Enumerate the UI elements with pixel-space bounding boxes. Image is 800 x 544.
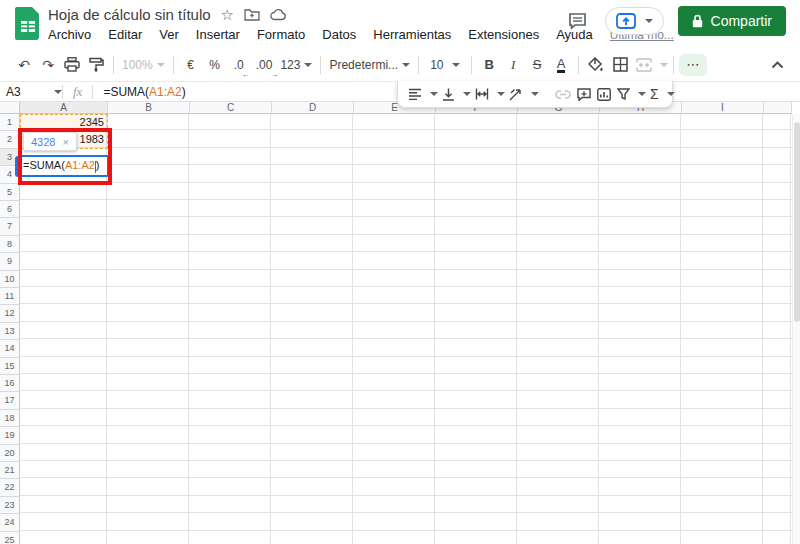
menu-archivo[interactable]: Archivo <box>48 27 91 42</box>
horizontal-align-caret-icon[interactable] <box>430 92 438 100</box>
vertical-scrollbar-thumb[interactable] <box>794 122 800 322</box>
vertical-align-icon[interactable] <box>440 83 457 105</box>
column-header-B[interactable]: B <box>108 102 190 114</box>
row-header-5[interactable]: 5 <box>0 184 20 201</box>
doc-title[interactable]: Hoja de cálculo sin título <box>48 6 211 23</box>
row-header-24[interactable]: 24 <box>0 514 20 531</box>
sheets-logo-icon[interactable] <box>15 7 41 40</box>
cell-A1[interactable]: 2345 <box>20 114 104 131</box>
row-header-21[interactable]: 21 <box>0 462 20 479</box>
filter-caret-icon[interactable] <box>638 92 646 100</box>
present-caret-icon <box>645 19 653 27</box>
row-header-7[interactable]: 7 <box>0 218 20 235</box>
text-rotation-caret-icon[interactable] <box>531 92 539 100</box>
number-format-button[interactable]: 123 <box>277 53 315 77</box>
lock-icon <box>692 14 703 28</box>
percent-format-button[interactable]: % <box>203 53 227 77</box>
toolbar-separator <box>418 56 419 74</box>
decrease-decimals-button[interactable]: .0← <box>227 53 251 77</box>
row-header-15[interactable]: 15 <box>0 358 20 375</box>
row-header-6[interactable]: 6 <box>0 201 20 218</box>
row-header-25[interactable]: 25 <box>0 532 20 544</box>
redo-icon[interactable]: ↷ <box>36 53 60 77</box>
text-color-button[interactable]: A <box>549 53 573 77</box>
text-wrap-icon[interactable] <box>473 83 491 105</box>
name-box[interactable]: A3 <box>0 85 62 99</box>
text-wrap-caret-icon[interactable] <box>497 92 505 100</box>
row-header-13[interactable]: 13 <box>0 323 20 340</box>
functions-icon[interactable]: Σ <box>648 83 661 105</box>
row-header-23[interactable]: 23 <box>0 497 20 514</box>
currency-format-button[interactable]: € <box>179 53 203 77</box>
merge-caret-icon[interactable] <box>660 63 668 71</box>
filter-icon[interactable] <box>615 83 632 105</box>
column-header-clipped[interactable] <box>764 102 792 114</box>
menu-herramientas[interactable]: Herramientas <box>373 27 451 42</box>
print-icon[interactable] <box>60 53 84 77</box>
functions-caret-icon[interactable] <box>667 92 675 100</box>
insert-comment-icon[interactable] <box>575 83 593 105</box>
preview-close-icon[interactable]: × <box>62 136 68 148</box>
select-all-corner[interactable] <box>0 102 20 114</box>
paint-format-icon[interactable] <box>84 53 108 77</box>
row-header-11[interactable]: 11 <box>0 288 20 305</box>
menu-extensiones[interactable]: Extensiones <box>468 27 539 42</box>
merge-cells-icon[interactable] <box>632 53 656 77</box>
row-gridline <box>20 323 792 339</box>
fill-color-icon[interactable] <box>584 53 608 77</box>
row-header-10[interactable]: 10 <box>0 271 20 288</box>
insert-chart-icon[interactable] <box>595 83 613 105</box>
borders-icon[interactable] <box>608 53 632 77</box>
star-icon[interactable]: ☆ <box>221 7 234 23</box>
row-header-2[interactable]: 2 <box>0 131 20 148</box>
row-header-22[interactable]: 22 <box>0 479 20 496</box>
cloud-status-icon[interactable] <box>270 9 287 21</box>
column-header-A[interactable]: A <box>20 102 108 114</box>
column-header-C[interactable]: C <box>190 102 272 114</box>
menu-formato[interactable]: Formato <box>257 27 305 42</box>
formula-result-preview: 4328 × <box>23 132 77 151</box>
more-toolbar-button[interactable]: ⋯ <box>679 54 707 76</box>
row-header-20[interactable]: 20 <box>0 445 20 462</box>
row-header-1[interactable]: 1 <box>0 114 20 131</box>
strikethrough-button[interactable]: S <box>525 53 549 77</box>
cell-editor[interactable]: =SUMA(A1:A2) <box>19 155 109 177</box>
row-header-14[interactable]: 14 <box>0 340 20 357</box>
menu-editar[interactable]: Editar <box>108 27 142 42</box>
row-header-9[interactable]: 9 <box>0 253 20 270</box>
insert-link-icon[interactable] <box>553 83 573 105</box>
comment-history-icon[interactable] <box>565 8 591 34</box>
row-header-8[interactable]: 8 <box>0 236 20 253</box>
cell-editor-formula: =SUMA(A1:A2) <box>23 159 100 172</box>
text-rotation-icon[interactable] <box>507 83 525 105</box>
row-header-16[interactable]: 16 <box>0 375 20 392</box>
menu-ver[interactable]: Ver <box>159 27 179 42</box>
collapse-toolbar-icon[interactable] <box>771 61 784 69</box>
spreadsheet-grid[interactable]: ABCDEFGHI1234567891011121314151617181920… <box>0 102 800 544</box>
font-size-select[interactable]: 10 <box>424 53 466 77</box>
menu-datos[interactable]: Datos <box>322 27 356 42</box>
row-header-12[interactable]: 12 <box>0 305 20 322</box>
move-folder-icon[interactable] <box>244 8 260 21</box>
row-gridline <box>20 445 792 461</box>
present-button[interactable] <box>605 7 664 35</box>
vertical-align-caret-icon[interactable] <box>463 92 471 100</box>
menu-insertar[interactable]: Insertar <box>196 27 240 42</box>
column-gridline <box>108 114 189 544</box>
horizontal-align-icon[interactable] <box>406 83 424 105</box>
increase-decimals-button[interactable]: .00→ <box>251 53 278 77</box>
bold-button[interactable]: B <box>477 53 501 77</box>
font-family-select[interactable]: Predetermi... <box>326 53 413 77</box>
vertical-scrollbar[interactable] <box>792 114 800 544</box>
zoom-select[interactable]: 100% <box>119 53 168 77</box>
formula-input[interactable]: =SUMA(A1:A2) <box>93 85 185 99</box>
italic-button[interactable]: I <box>501 53 525 77</box>
column-gridline <box>518 114 599 544</box>
undo-icon[interactable]: ↶ <box>12 53 36 77</box>
row-header-18[interactable]: 18 <box>0 410 20 427</box>
row-header-19[interactable]: 19 <box>0 427 20 444</box>
column-header-D[interactable]: D <box>272 102 354 114</box>
row-header-17[interactable]: 17 <box>0 392 20 409</box>
share-button[interactable]: Compartir <box>678 6 786 36</box>
column-header-I[interactable]: I <box>682 102 764 114</box>
